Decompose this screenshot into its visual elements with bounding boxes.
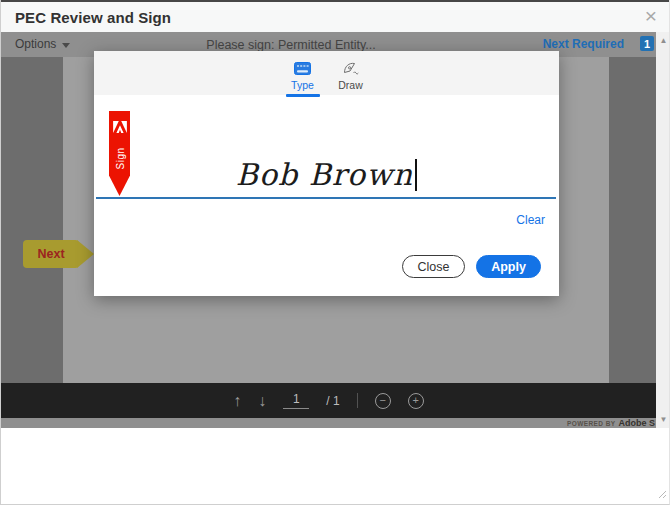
next-page-icon[interactable]: ↓	[258, 393, 266, 409]
footer-panel: Close Having trouble loading the documen…	[1, 428, 669, 505]
powered-by-label: POWERED BY	[567, 420, 615, 427]
signature-baseline	[96, 197, 556, 199]
next-field-tag[interactable]: Next	[23, 240, 79, 268]
pec-review-sign-modal: PEC Review and Sign × Options Please sig…	[0, 0, 670, 505]
scroll-up-icon[interactable]: ▲	[656, 34, 670, 48]
page-total-label: / 1	[326, 394, 339, 408]
dialog-close-button[interactable]: Close	[402, 255, 465, 278]
vertical-scrollbar[interactable]: ▲ ▼	[656, 32, 670, 428]
pager-toolbar: ↑ ↓ 1 / 1 − +	[1, 383, 656, 418]
tab-draw[interactable]: Draw	[332, 60, 370, 91]
signature-dialog: Type Draw	[94, 51, 559, 296]
modal-title: PEC Review and Sign	[15, 9, 171, 26]
toolbar-divider	[357, 393, 358, 408]
typed-signature: Bob Brown	[94, 157, 559, 192]
tab-type-label: Type	[291, 79, 314, 91]
pen-nib-icon	[342, 60, 360, 76]
previous-page-icon[interactable]: ↑	[233, 393, 241, 409]
zoom-in-button[interactable]: +	[408, 393, 424, 409]
tab-type[interactable]: Type	[284, 60, 322, 97]
sign-instruction: Please sign: Permitted Entity...	[1, 38, 581, 52]
signature-input-area[interactable]: Bob Brown	[94, 95, 559, 198]
dialog-buttons: Close Apply	[402, 255, 541, 278]
scroll-down-icon[interactable]: ▼	[656, 413, 670, 427]
apply-button[interactable]: Apply	[476, 255, 541, 278]
powered-by-strip: POWERED BY Adobe S	[1, 418, 656, 428]
keyboard-icon	[294, 60, 311, 76]
signature-tab-bar: Type Draw	[94, 51, 559, 95]
next-tag-label: Next	[37, 247, 64, 261]
adobe-sign-brand: Adobe S	[618, 418, 655, 428]
resize-handle-icon[interactable]	[658, 485, 667, 503]
close-icon[interactable]: ×	[639, 3, 663, 29]
clear-link[interactable]: Clear	[516, 213, 545, 227]
text-caret	[415, 159, 417, 191]
tab-draw-label: Draw	[338, 79, 363, 91]
page-number-input[interactable]: 1	[283, 392, 309, 409]
zoom-out-button[interactable]: −	[375, 393, 391, 409]
next-required-count-badge[interactable]: 1	[640, 36, 654, 51]
next-required-button[interactable]: Next Required	[543, 37, 624, 51]
modal-title-bar: PEC Review and Sign ×	[1, 0, 669, 32]
